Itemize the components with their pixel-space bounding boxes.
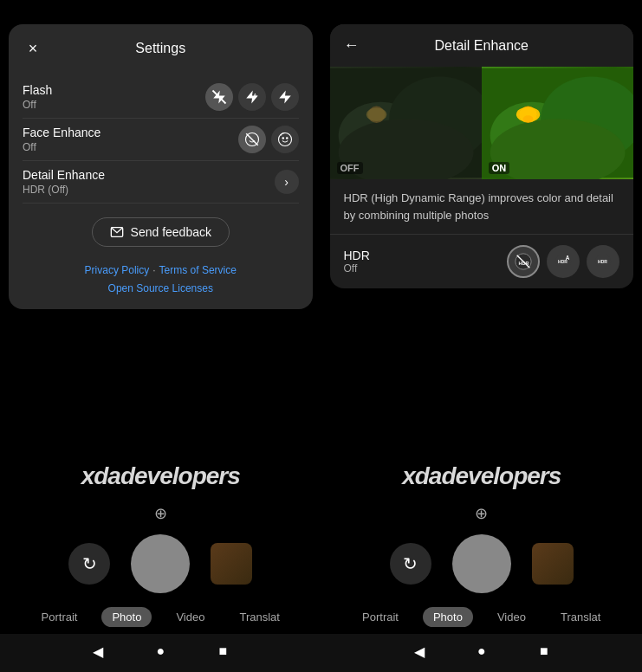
mode-translate-right[interactable]: Translat: [550, 607, 611, 627]
camera-controls-right: ⊕ ↻ Portrait Photo Video Translat ◀ ● ■: [321, 500, 643, 672]
feedback-icon: [110, 225, 124, 239]
face-enhance-value: Off: [23, 141, 238, 153]
hdr-row-value: Off: [344, 262, 508, 275]
svg-text:HDR: HDR: [598, 259, 607, 264]
zoom-icon-left[interactable]: ⊕: [146, 500, 174, 527]
mode-video-right[interactable]: Video: [487, 607, 536, 627]
flash-value: Off: [23, 99, 205, 111]
back-nav-left[interactable]: ◀: [88, 641, 108, 662]
shutter-row-left: ↻: [0, 534, 321, 593]
close-icon[interactable]: ×: [23, 38, 43, 59]
hdr-off-icon: HDR: [514, 252, 533, 271]
open-source-link[interactable]: Open Source Licenses: [108, 282, 213, 294]
shutter-button-left[interactable]: [131, 534, 190, 593]
hdr-options-row: HDR Off HDR HDR A: [330, 235, 634, 288]
hdr-auto-btn[interactable]: HDR A: [547, 245, 580, 278]
detail-enhance-chevron[interactable]: ›: [275, 170, 299, 194]
mode-portrait-right[interactable]: Portrait: [352, 607, 409, 627]
svg-point-7: [278, 133, 291, 146]
gallery-thumbnail-right[interactable]: [532, 543, 574, 585]
zoom-control-left: ⊕: [0, 500, 321, 527]
send-feedback-button[interactable]: Send feedback: [92, 217, 230, 247]
recent-nav-right[interactable]: ■: [534, 641, 554, 662]
detail-enhance-row: Detail Enhance HDR (Off) ›: [23, 161, 299, 204]
flash-off-btn[interactable]: [205, 83, 233, 111]
flash-label: Flash: [23, 83, 205, 97]
right-panel: ← Detail Enhance OFF: [321, 0, 643, 672]
privacy-policy-link[interactable]: Privacy Policy: [85, 264, 150, 276]
hdr-on-btn[interactable]: HDR: [587, 245, 619, 278]
link-separator: ·: [152, 264, 155, 276]
mode-video-left[interactable]: Video: [165, 607, 215, 627]
hdr-comparison: OFF ON: [330, 67, 634, 179]
settings-overlay: × Settings Flash Off A: [9, 24, 313, 309]
recent-nav-left[interactable]: ■: [212, 641, 233, 662]
hdr-on-label: ON: [489, 162, 510, 174]
detail-enhance-value: HDR (Off): [23, 184, 275, 196]
flip-camera-btn-right[interactable]: ↻: [390, 543, 431, 585]
mode-photo-right[interactable]: Photo: [423, 607, 473, 627]
svg-marker-4: [279, 91, 291, 104]
left-panel: × Settings Flash Off A: [0, 0, 321, 672]
nav-bar-left: ◀ ● ■: [0, 634, 321, 672]
face-enhance-off-btn[interactable]: [238, 126, 266, 153]
nav-bar-right: ◀ ● ■: [321, 634, 643, 672]
face-enhance-on-btn[interactable]: [271, 126, 299, 153]
hdr-auto-icon: HDR A: [554, 252, 573, 271]
shutter-button-right[interactable]: [452, 534, 511, 593]
hdr-off-image: OFF: [330, 67, 482, 179]
svg-point-23: [522, 115, 533, 122]
flip-camera-btn-left[interactable]: ↻: [68, 543, 110, 585]
gallery-thumbnail-left[interactable]: [211, 543, 252, 585]
mode-portrait-left[interactable]: Portrait: [31, 607, 88, 627]
terms-of-service-link[interactable]: Terms of Service: [159, 264, 237, 276]
flash-auto-btn[interactable]: A: [238, 83, 266, 111]
camera-controls-left: ⊕ ↻ Portrait Photo Video Translat ◀ ● ■: [0, 500, 321, 672]
zoom-control-right: ⊕: [321, 500, 643, 527]
links-section: Privacy Policy · Terms of Service Open S…: [23, 264, 299, 295]
back-icon[interactable]: ←: [344, 36, 360, 55]
svg-line-6: [246, 133, 258, 145]
mode-photo-left[interactable]: Photo: [101, 607, 152, 627]
feedback-label: Send feedback: [131, 225, 211, 239]
home-nav-left[interactable]: ●: [150, 641, 171, 662]
face-enhance-row: Face Enhance Off: [23, 119, 299, 161]
home-nav-right[interactable]: ●: [471, 641, 492, 662]
detail-enhance-panel: ← Detail Enhance OFF: [330, 24, 634, 288]
svg-point-16: [366, 107, 386, 121]
mode-translate-left[interactable]: Translat: [229, 607, 289, 627]
zoom-icon-right[interactable]: ⊕: [468, 500, 496, 527]
mode-tabs-right: Portrait Photo Video Translat: [321, 604, 643, 634]
settings-header: × Settings: [23, 38, 299, 59]
flash-row: Flash Off A: [23, 76, 299, 119]
hdr-description: HDR (High Dynamic Range) improves color …: [330, 179, 634, 235]
hdr-options: HDR HDR A HDR: [507, 245, 619, 278]
hdr-on-image: ON: [482, 67, 633, 179]
svg-text:A: A: [253, 93, 256, 98]
hdr-on-icon: HDR: [593, 252, 613, 271]
mode-tabs-left: Portrait Photo Video Translat: [0, 604, 321, 634]
detail-enhance-label: Detail Enhance: [23, 168, 275, 182]
shutter-row-right: ↻: [321, 534, 643, 593]
links-row: Privacy Policy · Terms of Service: [23, 264, 299, 276]
detail-enhance-title: Detail Enhance: [370, 38, 594, 54]
hdr-off-btn[interactable]: HDR: [507, 245, 540, 278]
flash-controls: A: [205, 83, 299, 111]
detail-enhance-controls: ›: [275, 170, 299, 194]
svg-text:A: A: [566, 255, 570, 261]
hdr-off-label: OFF: [337, 162, 363, 174]
flash-on-btn[interactable]: [271, 83, 299, 111]
face-enhance-controls: [238, 126, 299, 153]
detail-header: ← Detail Enhance: [330, 24, 634, 67]
svg-point-9: [286, 138, 288, 139]
settings-title: Settings: [43, 41, 278, 56]
face-enhance-label: Face Enhance: [23, 126, 238, 139]
svg-point-8: [282, 138, 284, 139]
back-nav-right[interactable]: ◀: [409, 641, 430, 662]
hdr-row-label: HDR: [344, 249, 508, 262]
